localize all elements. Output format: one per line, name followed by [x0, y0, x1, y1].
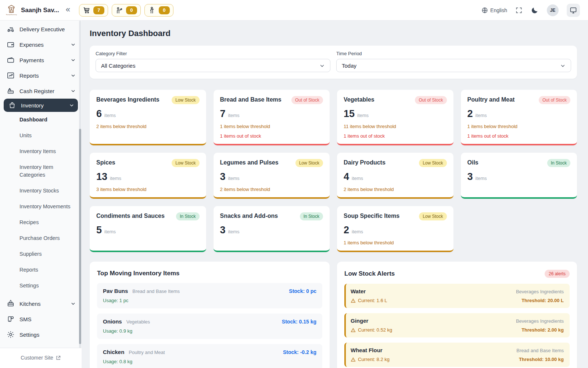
- orders-counter-button[interactable]: 7: [79, 4, 108, 17]
- scooter-icon: [7, 25, 15, 33]
- sidebar-subitem-purchase-orders[interactable]: Purchase Orders: [0, 230, 82, 246]
- item-unit: items: [476, 113, 487, 118]
- category-card-beverages-ingredients[interactable]: Beverages Ingredients Low Stock 6items 2…: [90, 90, 206, 145]
- category-card-oils[interactable]: Oils In Stock 3items: [461, 153, 577, 199]
- sidebar-item-inventory[interactable]: Inventory: [4, 99, 78, 112]
- warning-icon: [351, 328, 356, 333]
- gear-icon: [7, 330, 15, 339]
- sidebar-subitem-reports[interactable]: Reports: [0, 262, 82, 278]
- category-title: Dairy Products: [344, 159, 386, 166]
- sidebar-subitem-inventory-items[interactable]: Inventory Items: [0, 144, 82, 159]
- top-moving-title: Top Moving Inventory Items: [97, 270, 179, 277]
- page-title: Inventory Dashboard: [90, 29, 577, 38]
- app-title: Saanjh Sav...: [21, 7, 59, 14]
- top-moving-row[interactable]: Chicken Poultry and Meat Stock: -0.2 kg …: [97, 344, 322, 368]
- main-content: Inventory Dashboard Category Filter All …: [82, 21, 588, 368]
- status-badge: Low Stock: [295, 159, 323, 167]
- item-unit: items: [110, 176, 121, 181]
- language-label: English: [490, 7, 507, 13]
- sidebar-subitem-inventory-movements[interactable]: Inventory Movements: [0, 199, 82, 215]
- waiter-icon: [115, 6, 123, 14]
- item-stock: Stock: 0 pc: [289, 288, 316, 294]
- sidebar-subitem-settings[interactable]: Settings: [0, 278, 82, 294]
- status-badge: Low Stock: [419, 159, 447, 167]
- sidebar-item-sms[interactable]: SMS: [0, 311, 82, 327]
- alert-row[interactable]: Ginger Beverages Ingredients Current: 0.…: [344, 313, 570, 337]
- category-card-poultry-and-meat[interactable]: Poultry and Meat Out of Stock 2items 1 i…: [461, 90, 577, 145]
- customer-site-link[interactable]: Customer Site: [21, 355, 61, 361]
- category-card-spices[interactable]: Spices Low Stock 13items 3 items below t…: [90, 153, 206, 199]
- category-card-snacks-and-add-ons[interactable]: Snacks and Add-ons In Stock 3items: [214, 206, 330, 252]
- item-count: 15: [344, 108, 355, 120]
- sidebar-item-delivery-executive[interactable]: Delivery Executive: [0, 21, 82, 37]
- sidebar-item-cash-register[interactable]: Cash Register: [0, 83, 82, 99]
- logo-caption: SaanjhSavoury: [6, 14, 17, 15]
- item-category: Bread and Base Items: [132, 289, 289, 294]
- item-unit: items: [228, 176, 240, 181]
- sidebar-subitem-dashboard[interactable]: Dashboard: [0, 112, 82, 128]
- sidebar-scrollbar-thumb[interactable]: [79, 129, 81, 344]
- time-period-value: Today: [342, 63, 560, 69]
- wallet-icon: [7, 40, 15, 49]
- alert-row[interactable]: Wheat Flour Bread and Base Items Current…: [344, 343, 570, 367]
- item-count: 3: [467, 171, 473, 183]
- item-count: 13: [96, 171, 107, 183]
- sidebar-item-settings[interactable]: Settings: [0, 327, 82, 342]
- sidebar-item-label: Delivery Executive: [19, 26, 76, 32]
- item-name: Pav Buns: [103, 288, 128, 294]
- sidebar-subitem-inventory-stocks[interactable]: Inventory Stocks: [0, 183, 82, 199]
- person-counter-button[interactable]: 0: [144, 4, 173, 17]
- item-unit: items: [476, 176, 487, 181]
- filters-panel: Category Filter All Categories Time Peri…: [90, 46, 577, 79]
- category-card-dairy-products[interactable]: Dairy Products Low Stock 4items 2 items …: [337, 153, 453, 199]
- waiter-count: 0: [126, 6, 137, 14]
- category-filter-select[interactable]: All Categories: [96, 59, 330, 72]
- cash-register-icon: [7, 87, 15, 95]
- sidebar-item-label: Inventory: [21, 102, 69, 109]
- item-count: 2: [344, 224, 349, 236]
- sidebar-item-reports[interactable]: Reports: [0, 68, 82, 83]
- sidebar-subitem-recipes[interactable]: Recipes: [0, 215, 82, 230]
- category-card-bread-and-base-items[interactable]: Bread and Base Items Out of Stock 7items…: [214, 90, 330, 145]
- category-card-condiments-and-sauces[interactable]: Condiments and Sauces In Stock 5items: [90, 206, 206, 252]
- sidebar-item-label: SMS: [19, 316, 76, 322]
- top-moving-row[interactable]: Onions Vegetables Stock: 0.15 kg Usage: …: [97, 314, 322, 339]
- sms-icon: [7, 315, 15, 323]
- display-mode-button[interactable]: [567, 4, 580, 17]
- sidebar-subitem-units[interactable]: Units: [0, 128, 82, 144]
- fullscreen-button[interactable]: [515, 7, 523, 14]
- alert-row[interactable]: Water Beverages Ingredients Current: 1.6…: [344, 284, 570, 308]
- person-count: 0: [159, 6, 170, 14]
- category-card-legumes-and-pulses[interactable]: Legumes and Pulses Low Stock 3items 2 it…: [214, 153, 330, 199]
- category-card-vegetables[interactable]: Vegetables Out of Stock 15items 11 items…: [337, 90, 453, 145]
- alert-item-name: Water: [351, 288, 366, 294]
- category-card-soup-specific-items[interactable]: Soup Specific Items Low Stock 2items 1 i…: [337, 206, 453, 252]
- category-title: Spices: [96, 159, 115, 166]
- sidebar-subitem-suppliers[interactable]: Suppliers: [0, 246, 82, 262]
- language-switcher[interactable]: English: [481, 7, 507, 14]
- status-badge: In Stock: [176, 212, 199, 220]
- below-threshold-text: 2 items below threshold: [96, 124, 200, 129]
- sidebar-item-kitchens[interactable]: Kitchens: [0, 296, 82, 311]
- sidebar-item-payments[interactable]: Payments: [0, 52, 82, 68]
- item-usage: Usage: 0.8 kg: [103, 359, 316, 364]
- sidebar-item-expenses[interactable]: Expenses: [0, 37, 82, 52]
- top-moving-row[interactable]: Pav Buns Bread and Base Items Stock: 0 p…: [97, 283, 322, 308]
- chevron-down-icon: [71, 57, 76, 63]
- sidebar-collapse-button[interactable]: «: [66, 6, 70, 15]
- cart-icon: [83, 6, 91, 14]
- alert-threshold: Threshold: 20.00 L: [521, 298, 564, 303]
- warning-icon: [351, 298, 356, 303]
- below-threshold-text: 3 items below threshold: [96, 187, 200, 192]
- below-threshold-text: 2 items below threshold: [344, 187, 447, 192]
- dark-mode-toggle[interactable]: [531, 6, 539, 14]
- chevron-down-icon: [319, 63, 325, 68]
- time-period-select[interactable]: Today: [336, 59, 571, 72]
- chart-icon: [7, 71, 15, 79]
- globe-icon: [481, 7, 488, 14]
- user-avatar[interactable]: JE: [547, 4, 559, 16]
- sidebar-subitem-inventory-item-categories[interactable]: Inventory Item Categories: [0, 159, 74, 183]
- waiter-counter-button[interactable]: 0: [112, 4, 141, 17]
- time-period-label: Time Period: [336, 51, 571, 56]
- category-filter-label: Category Filter: [96, 51, 330, 56]
